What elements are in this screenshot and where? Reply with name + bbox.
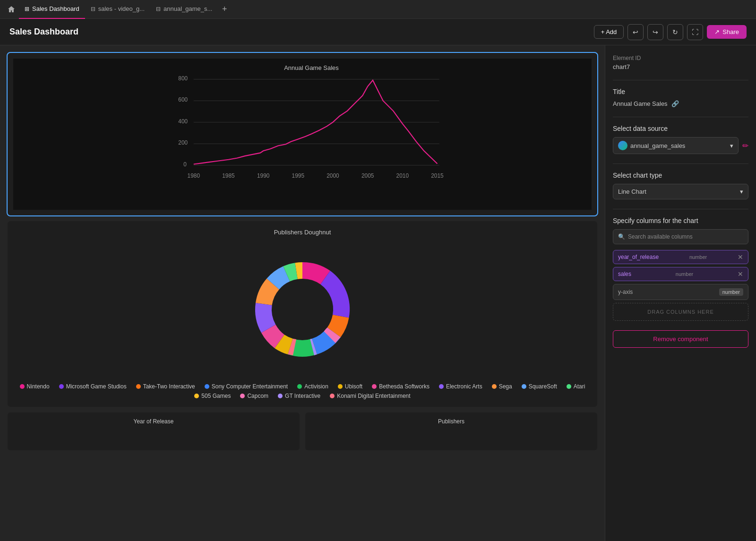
home-button[interactable]	[4, 2, 19, 17]
header-actions: + Add ↩ ↪ ↻ ⛶ ↗ Share	[594, 24, 747, 40]
legend-color-dot	[567, 384, 571, 389]
legend-color-dot	[297, 384, 302, 389]
legend-color-dot	[439, 384, 444, 389]
redo-button[interactable]: ↪	[647, 24, 663, 40]
legend-color-dot	[205, 384, 209, 389]
legend-color-dot	[372, 384, 377, 389]
bottom-row: Year of Release Publishers	[8, 412, 597, 450]
page-title: Sales Dashboard	[9, 27, 78, 37]
svg-text:1990: 1990	[257, 172, 270, 179]
datasource-value: annual_game_sales	[630, 142, 730, 149]
legend-item: Nintendo	[20, 383, 50, 390]
legend-color-dot	[194, 394, 199, 398]
donut-chart-card[interactable]: Publishers Doughnut	[8, 221, 597, 407]
legend-item: SquareSoft	[522, 383, 557, 390]
legend-item: Microsoft Game Studios	[59, 383, 127, 390]
remove-column-sales-button[interactable]: ✕	[738, 270, 743, 278]
legend-color-dot	[20, 384, 25, 389]
legend-color-dot	[522, 384, 526, 389]
yaxis-row: y-axis number	[613, 284, 748, 300]
columns-section: Specify columns for the chart 🔍 Search a…	[613, 217, 748, 321]
legend-label: Sony Computer Entertainment	[212, 383, 288, 390]
legend-item: Capcom	[240, 393, 268, 399]
tab-label: annual_game_s...	[163, 5, 212, 12]
datasource-row: annual_game_sales ▾ ✏	[613, 137, 748, 154]
refresh-button[interactable]: ↻	[667, 24, 683, 40]
svg-text:1985: 1985	[222, 172, 235, 179]
legend-item: Atari	[567, 383, 585, 390]
line-chart-svg: 800 600 400 200 0 1980 1985 1990 1995	[37, 75, 586, 198]
search-icon: 🔍	[618, 233, 625, 240]
legend-label: Ubisoft	[345, 383, 362, 390]
chevron-down-icon: ▾	[740, 188, 743, 195]
share-button[interactable]: ↗ Share	[707, 25, 747, 39]
canvas-area: Annual Game Sales 800 600 400 200 0 1980	[0, 45, 605, 541]
legend-label: SquareSoft	[529, 383, 557, 390]
svg-text:2005: 2005	[361, 172, 374, 179]
tab-sales-dashboard[interactable]: ⊞ Sales Dashboard	[19, 0, 85, 19]
legend-item: Activision	[297, 383, 328, 390]
datasource-label: Select data source	[613, 125, 748, 132]
yaxis-label: y-axis	[618, 289, 633, 295]
legend-label: Nintendo	[27, 383, 50, 390]
search-columns-input[interactable]: 🔍 Search available columns	[613, 229, 748, 244]
element-id-value: chart7	[613, 63, 748, 70]
svg-text:0: 0	[183, 161, 187, 168]
remove-column-year-button[interactable]: ✕	[738, 253, 743, 261]
svg-text:2010: 2010	[396, 172, 409, 179]
bottom-card-publishers: Publishers	[305, 412, 597, 450]
legend-label: Microsoft Game Studios	[66, 383, 127, 390]
remove-component-button[interactable]: Remove component	[613, 330, 748, 348]
legend-item: Take-Two Interactive	[136, 383, 195, 390]
legend-label: Take-Two Interactive	[143, 383, 195, 390]
datasource-dropdown[interactable]: annual_game_sales ▾	[613, 137, 739, 154]
add-button[interactable]: + Add	[594, 25, 624, 39]
svg-text:200: 200	[178, 139, 188, 146]
tab-icon: ⊞	[25, 6, 29, 12]
legend-label: Capcom	[247, 393, 268, 399]
share-icon: ↗	[714, 28, 720, 35]
bottom-card-year: Year of Release	[8, 412, 300, 450]
svg-text:1980: 1980	[188, 172, 200, 179]
svg-text:400: 400	[178, 118, 188, 125]
donut-legend: NintendoMicrosoft Game StudiosTake-Two I…	[15, 383, 590, 399]
drag-columns-area[interactable]: DRAG COLUMNS HERE	[613, 303, 748, 321]
tab-icon: ⊟	[91, 6, 95, 12]
legend-color-dot	[59, 384, 64, 389]
line-chart-container: Annual Game Sales 800 600 400 200 0 1980	[13, 59, 592, 210]
add-tab-button[interactable]: +	[218, 3, 231, 16]
legend-item: Sony Computer Entertainment	[205, 383, 288, 390]
legend-item: Ubisoft	[338, 383, 362, 390]
legend-color-dot	[492, 384, 497, 389]
legend-label: Sega	[499, 383, 512, 390]
column-tags-area: year_of_release number ✕ sales number ✕ …	[613, 250, 748, 321]
line-chart-card[interactable]: Annual Game Sales 800 600 400 200 0 1980	[8, 53, 597, 215]
donut-wrapper: NintendoMicrosoft Game StudiosTake-Two I…	[15, 243, 590, 399]
donut-svg	[236, 243, 369, 376]
edit-datasource-button[interactable]: ✏	[742, 141, 748, 150]
line-chart-title: Annual Game Sales	[37, 64, 586, 71]
link-icon[interactable]: 🔗	[671, 100, 679, 107]
legend-item: Sega	[492, 383, 512, 390]
svg-text:1995: 1995	[292, 172, 305, 179]
header: Sales Dashboard + Add ↩ ↪ ↻ ⛶ ↗ Share	[0, 19, 756, 45]
chart-type-dropdown[interactable]: Line Chart ▾	[613, 184, 748, 199]
legend-label: Bethesda Softworks	[379, 383, 430, 390]
legend-label: GT Interactive	[285, 393, 320, 399]
fullscreen-button[interactable]: ⛶	[687, 24, 703, 40]
legend-item: Electronic Arts	[439, 383, 482, 390]
title-section: Title Annual Game Sales 🔗	[613, 88, 748, 107]
donut-chart-title: Publishers Doughnut	[15, 229, 590, 236]
column-tag-sales: sales number ✕	[613, 267, 748, 281]
column-tag-sales-type: number	[676, 271, 693, 277]
svg-point-18	[272, 279, 333, 340]
undo-button[interactable]: ↩	[627, 24, 644, 40]
element-id-label: Element ID	[613, 55, 748, 61]
tab-sales-video[interactable]: ⊟ sales - video_g...	[85, 0, 150, 19]
tab-bar: ⊞ Sales Dashboard ⊟ sales - video_g... ⊟…	[0, 0, 756, 19]
column-tag-year-name: year_of_release	[618, 254, 659, 260]
tab-annual-game[interactable]: ⊟ annual_game_s...	[150, 0, 218, 19]
svg-text:2000: 2000	[326, 172, 339, 179]
columns-label: Specify columns for the chart	[613, 217, 748, 224]
column-tag-sales-name: sales	[618, 271, 631, 277]
